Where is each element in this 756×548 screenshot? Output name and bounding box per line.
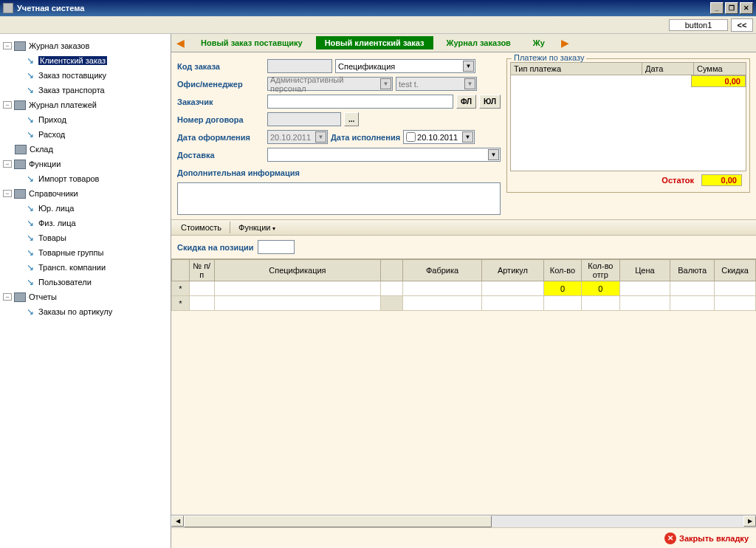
delivery-combo[interactable]: ▼ — [267, 148, 501, 162]
cell[interactable] — [619, 296, 670, 311]
functions-dropdown[interactable]: Функции — [232, 221, 282, 234]
tab-nav-next[interactable]: ▶ — [558, 36, 573, 49]
cell[interactable] — [619, 281, 670, 296]
arrow-icon: ↘ — [27, 86, 35, 95]
contract-input[interactable] — [267, 112, 341, 126]
scroll-right-button[interactable]: ▶ — [743, 516, 756, 527]
scroll-left-button[interactable]: ◀ — [171, 516, 184, 527]
fl-button[interactable]: ФЛ — [456, 95, 476, 109]
cell[interactable] — [214, 281, 380, 296]
col-specification[interactable]: Спецификация — [214, 260, 380, 281]
col-currency[interactable]: Валюта — [670, 260, 715, 281]
tree-node-goods[interactable]: ↘Товары — [1, 230, 169, 245]
app-icon — [3, 3, 13, 13]
tree-node-client-order[interactable]: ↘Клиентский заказ — [1, 53, 169, 68]
chevron-down-icon[interactable]: ▼ — [462, 131, 473, 143]
tree-node-transport-companies[interactable]: ↘Трансп. компании — [1, 260, 169, 275]
maximize-button[interactable]: ❐ — [725, 2, 738, 14]
cell[interactable] — [543, 296, 581, 311]
col-discount[interactable]: Скидка — [715, 260, 756, 281]
order-code-input[interactable] — [267, 59, 332, 73]
date-due-checkbox[interactable] — [406, 132, 416, 142]
tree-node-payments-journal[interactable]: −Журнал платежей — [1, 97, 169, 112]
minimize-button[interactable]: _ — [710, 2, 724, 14]
tree-node-orders-journal[interactable]: −Журнал заказов — [1, 38, 169, 53]
tree-node-warehouse[interactable]: Склад — [1, 142, 169, 157]
notes-textarea[interactable] — [177, 182, 501, 215]
cell-qty-shipped[interactable]: 0 — [582, 281, 619, 296]
cell[interactable] — [670, 281, 715, 296]
discount-input[interactable] — [258, 240, 295, 254]
tree-node-legal-entities[interactable]: ↘Юр. лица — [1, 201, 169, 216]
cell-qty[interactable]: 0 — [543, 281, 581, 296]
tree-node-functions[interactable]: −Функции — [1, 157, 169, 171]
tree-node-expense[interactable]: ↘Расход — [1, 127, 169, 142]
tree-node-income[interactable]: ↘Приход — [1, 112, 169, 127]
collapse-icon[interactable]: − — [3, 160, 12, 168]
grid-new-row[interactable]: * 0 0 — [172, 281, 756, 296]
col-price[interactable]: Цена — [619, 260, 670, 281]
col-number[interactable]: № п/п — [189, 260, 214, 281]
cell[interactable] — [482, 296, 544, 311]
cell[interactable] — [380, 281, 402, 296]
tree-node-users[interactable]: ↘Пользователи — [1, 275, 169, 290]
contract-browse-button[interactable]: ... — [344, 112, 359, 126]
button1[interactable]: button1 — [669, 19, 728, 31]
payments-grid-body[interactable]: 0,00 — [510, 75, 746, 171]
col-factory[interactable]: Фабрика — [402, 260, 481, 281]
collapse-icon[interactable]: − — [3, 101, 12, 109]
tree-node-reports[interactable]: −Отчеты — [1, 290, 169, 304]
tree-node-orders-by-article[interactable]: ↘Заказы по артикулу — [1, 304, 169, 319]
cell[interactable] — [402, 281, 481, 296]
horizontal-scrollbar[interactable]: ◀ ▶ — [171, 515, 756, 527]
col-qty-shipped[interactable]: Кол-во отгр — [582, 260, 619, 281]
tab-supplier-order[interactable]: Новый заказ поставщику — [192, 36, 312, 49]
row-selector-header[interactable] — [172, 260, 190, 281]
col-article[interactable]: Артикул — [482, 260, 544, 281]
date-due-picker[interactable]: 20.10.2011▼ — [403, 130, 475, 144]
specification-combo[interactable]: Спецификация▼ — [335, 59, 475, 73]
cell[interactable] — [715, 281, 756, 296]
close-button[interactable]: ✕ — [740, 2, 753, 14]
cell[interactable] — [482, 281, 544, 296]
tree-node-individuals[interactable]: ↘Физ. лица — [1, 216, 169, 230]
tree-node-supplier-order[interactable]: ↘Заказ поставщику — [1, 68, 169, 83]
tree-node-import-goods[interactable]: ↘Импорт товаров — [1, 171, 169, 186]
cell[interactable] — [189, 281, 214, 296]
chevron-down-icon[interactable]: ▼ — [463, 61, 474, 72]
cell[interactable] — [715, 296, 756, 311]
ul-button[interactable]: ЮЛ — [479, 95, 501, 109]
tree-label: Пользователи — [38, 278, 92, 287]
scroll-thumb[interactable] — [184, 516, 492, 527]
tree-node-goods-groups[interactable]: ↘Товарные группы — [1, 245, 169, 260]
cell[interactable] — [189, 296, 214, 311]
cell-active[interactable] — [380, 296, 402, 311]
customer-input[interactable] — [267, 95, 453, 109]
tab-orders-journal[interactable]: Журнал заказов — [438, 36, 520, 49]
tab-client-order[interactable]: Новый клиентский заказ — [316, 36, 433, 49]
tab-overflow[interactable]: Жу — [524, 36, 554, 49]
tree-node-transport-order[interactable]: ↘Заказ транспорта — [1, 83, 169, 97]
chevron-down-icon[interactable]: ▼ — [488, 149, 499, 160]
grid-new-row[interactable]: * — [172, 296, 756, 311]
col-qty[interactable]: Кол-во — [543, 260, 581, 281]
cell[interactable] — [402, 296, 481, 311]
date-due-value: 20.10.2011 — [417, 133, 458, 142]
tab-nav-prev[interactable]: ◀ — [173, 36, 188, 49]
collapse-icon[interactable]: − — [3, 42, 12, 49]
scroll-track[interactable] — [184, 516, 743, 527]
tree-node-references[interactable]: −Справочники — [1, 186, 169, 201]
collapse-sidebar-button[interactable]: << — [731, 18, 753, 32]
contract-label: Номер договора — [177, 115, 264, 124]
cell[interactable] — [670, 296, 715, 311]
tree-label: Журнал заказов — [29, 41, 89, 50]
date-due-label: Дата исполнения — [331, 133, 400, 142]
collapse-icon[interactable]: − — [3, 293, 12, 301]
cell[interactable] — [214, 296, 380, 311]
folder-icon — [14, 100, 26, 110]
collapse-icon[interactable]: − — [3, 190, 12, 197]
cell[interactable] — [582, 296, 619, 311]
close-tab-link[interactable]: ✕ Закрыть вкладку — [664, 532, 749, 544]
cost-button[interactable]: Стоимость — [174, 221, 228, 234]
col-blank[interactable] — [380, 260, 402, 281]
